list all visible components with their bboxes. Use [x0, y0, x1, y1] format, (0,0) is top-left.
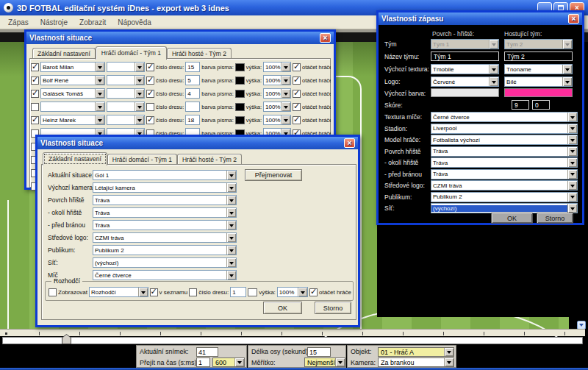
height-combo[interactable]: 100% — [263, 102, 291, 112]
close-icon[interactable]: × — [320, 33, 331, 43]
menu-napoveda[interactable]: Nápověda — [112, 17, 157, 28]
field-combo[interactable]: (výchozí) — [93, 257, 237, 268]
player-variant-combo[interactable] — [107, 115, 145, 125]
player-enabled-checkbox[interactable] — [31, 90, 39, 98]
team1-color-swatch[interactable] — [431, 88, 499, 97]
player-enabled-checkbox[interactable] — [31, 116, 39, 124]
scale-combo[interactable]: Nejmenší — [304, 357, 345, 367]
ok-button[interactable]: OK — [263, 302, 302, 314]
match-dialog-titlebar[interactable]: Vlastnosti zápasu × — [379, 13, 582, 25]
height-combo[interactable]: 100% — [263, 88, 291, 99]
combo-arrow-icon[interactable] — [567, 193, 577, 202]
field-combo[interactable]: Fotbalista výchozí — [431, 135, 578, 145]
situation-dialog-titlebar[interactable]: Vlastnosti situace × — [37, 137, 358, 149]
team1-name-input[interactable] — [431, 51, 499, 61]
combo-arrow-icon[interactable] — [226, 221, 236, 230]
referee-height-combo[interactable]: 100% — [277, 287, 308, 297]
font-color-swatch[interactable] — [235, 63, 245, 71]
field-combo[interactable]: Publikum 2 — [431, 192, 578, 202]
current-situation-combo[interactable]: Gól 1 — [93, 170, 237, 180]
combo-arrow-icon[interactable] — [226, 246, 236, 255]
player-enabled-checkbox[interactable] — [31, 103, 39, 111]
current-frame-input[interactable] — [196, 347, 218, 357]
net-combo[interactable]: (výchozí) — [431, 203, 578, 213]
jersey-number-input[interactable] — [185, 75, 200, 85]
combo-arrow-icon[interactable] — [135, 115, 144, 124]
tab-zakladni-nastaveni[interactable]: Základní nastavení — [43, 152, 107, 166]
camera-combo[interactable]: Za brankou — [378, 357, 454, 367]
font-color-swatch[interactable] — [235, 103, 245, 111]
combo-arrow-icon[interactable] — [135, 102, 144, 111]
combo-arrow-icon[interactable] — [226, 258, 236, 267]
combo-arrow-icon[interactable] — [567, 170, 577, 179]
close-icon[interactable]: × — [568, 14, 579, 24]
timeline-track[interactable] — [2, 337, 583, 344]
field-combo[interactable]: Létající kamera — [93, 182, 237, 193]
combo-arrow-icon[interactable] — [567, 147, 577, 156]
font-color-swatch[interactable] — [235, 77, 245, 85]
combo-arrow-icon[interactable] — [567, 181, 577, 190]
combo-arrow-icon[interactable] — [226, 233, 236, 242]
combo-arrow-icon[interactable] — [95, 63, 104, 71]
combo-arrow-icon[interactable] — [95, 89, 104, 98]
storno-button[interactable]: Storno — [315, 302, 351, 314]
score-home-input[interactable] — [512, 100, 529, 110]
combo-arrow-icon[interactable] — [135, 76, 144, 85]
referee-rotate-checkbox[interactable] — [309, 288, 318, 296]
team2-combo[interactable]: Tým 2 — [504, 39, 573, 49]
axis-length-input[interactable] — [307, 347, 331, 357]
combo-arrow-icon[interactable] — [281, 102, 290, 111]
player-variant-combo[interactable] — [107, 75, 145, 85]
team2-name-input[interactable] — [504, 51, 573, 61]
object-combo[interactable]: 01 - Hráč A — [378, 347, 454, 357]
combo-arrow-icon[interactable] — [489, 65, 498, 74]
jersey-number-input[interactable] — [185, 115, 200, 125]
rotate-player-checkbox[interactable] — [293, 103, 301, 111]
field-combo[interactable]: Tráva — [93, 207, 237, 218]
field-combo[interactable]: CZMI tráva — [431, 180, 578, 191]
combo-arrow-icon[interactable] — [489, 77, 498, 86]
team2-logo-combo[interactable]: Bílé — [504, 77, 573, 87]
combo-arrow-icon[interactable] — [95, 76, 104, 85]
height-combo[interactable]: 100% — [263, 115, 291, 125]
jersey-number-checkbox[interactable] — [146, 63, 154, 71]
field-combo[interactable]: Publikum 2 — [93, 245, 237, 255]
combo-arrow-icon[interactable] — [444, 348, 453, 356]
timeline-ruler[interactable] — [0, 329, 585, 336]
player-enabled-checkbox[interactable] — [31, 63, 39, 71]
combo-arrow-icon[interactable] — [234, 358, 244, 366]
menu-zapas[interactable]: Zápas — [3, 17, 34, 28]
rotate-player-checkbox[interactable] — [293, 63, 301, 71]
player-name-combo[interactable]: Galásek Tomáš — [40, 88, 105, 99]
player-variant-combo[interactable] — [107, 102, 145, 112]
combo-arrow-icon[interactable] — [226, 208, 236, 217]
font-color-swatch[interactable] — [235, 90, 245, 98]
field-combo[interactable]: Tráva — [93, 195, 237, 205]
player-enabled-checkbox[interactable] — [31, 77, 39, 85]
player-variant-combo[interactable] — [107, 62, 145, 72]
referee-combo[interactable]: Rozhodčí — [89, 287, 148, 297]
combo-arrow-icon[interactable] — [95, 115, 104, 124]
field-combo[interactable]: Liverpool — [431, 124, 578, 134]
combo-arrow-icon[interactable] — [444, 358, 453, 366]
combo-arrow-icon[interactable] — [562, 77, 572, 86]
goto-seconds-input[interactable] — [196, 357, 210, 367]
player-name-combo[interactable]: Heinz Marek — [40, 115, 105, 125]
team1-texture-combo[interactable]: Tmobile — [431, 64, 499, 74]
combo-arrow-icon[interactable] — [138, 288, 148, 296]
menu-nastroje[interactable]: Nástroje — [35, 17, 73, 28]
combo-arrow-icon[interactable] — [226, 171, 236, 179]
tab-hraci-domaci[interactable]: Hráči domácí - Tým 1 — [107, 154, 177, 165]
show-referee-checkbox[interactable] — [49, 288, 57, 296]
combo-arrow-icon[interactable] — [567, 158, 577, 167]
combo-arrow-icon[interactable] — [567, 204, 577, 213]
tab-hraci-hoste[interactable]: Hráči hosté - Tým 2 — [167, 48, 232, 59]
height-combo[interactable]: 100% — [263, 75, 291, 85]
combo-arrow-icon[interactable] — [135, 63, 144, 71]
goto-ms-combo[interactable]: 600 — [212, 357, 245, 367]
player-variant-combo[interactable] — [107, 88, 145, 99]
referee-number-input[interactable] — [230, 287, 246, 297]
combo-arrow-icon[interactable] — [567, 135, 577, 144]
team1-combo[interactable]: Tým 1 — [431, 39, 499, 49]
in-list-checkbox[interactable] — [150, 288, 158, 296]
